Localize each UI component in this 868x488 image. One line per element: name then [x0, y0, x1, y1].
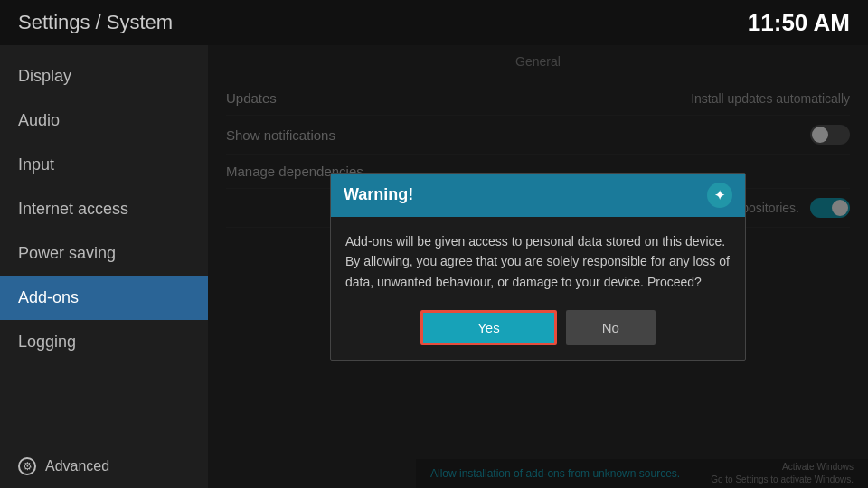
clock: 11:50 AM [748, 9, 850, 37]
sidebar-item-logging[interactable]: Logging [0, 320, 208, 364]
layout: Display Audio Input Internet access Powe… [0, 45, 868, 488]
warning-modal: Warning! ✦ Add-ons will be given access … [330, 173, 746, 361]
sidebar-item-power-saving[interactable]: Power saving [0, 231, 208, 276]
header: Settings / System 11:50 AM [0, 0, 868, 45]
modal-footer: Yes No [331, 310, 745, 360]
modal-body: Add-ons will be given access to personal… [331, 217, 745, 310]
no-button[interactable]: No [566, 310, 656, 345]
modal-header: Warning! ✦ [331, 174, 745, 217]
advanced-label: Advanced [45, 458, 109, 474]
sidebar-footer[interactable]: ⚙ Advanced [0, 445, 208, 488]
main-content: General Updates Install updates automati… [208, 45, 868, 488]
gear-icon: ⚙ [18, 457, 36, 475]
sidebar-item-input[interactable]: Input [0, 143, 208, 187]
sidebar-item-add-ons[interactable]: Add-ons [0, 276, 208, 320]
kodi-icon: ✦ [707, 183, 732, 208]
page-title: Settings / System [18, 11, 173, 34]
modal-overlay: Warning! ✦ Add-ons will be given access … [208, 45, 868, 488]
yes-button[interactable]: Yes [420, 310, 556, 345]
modal-title: Warning! [344, 185, 413, 204]
sidebar-item-audio[interactable]: Audio [0, 99, 208, 143]
sidebar-item-display[interactable]: Display [0, 54, 208, 99]
sidebar-item-internet-access[interactable]: Internet access [0, 187, 208, 231]
sidebar: Display Audio Input Internet access Powe… [0, 45, 208, 488]
